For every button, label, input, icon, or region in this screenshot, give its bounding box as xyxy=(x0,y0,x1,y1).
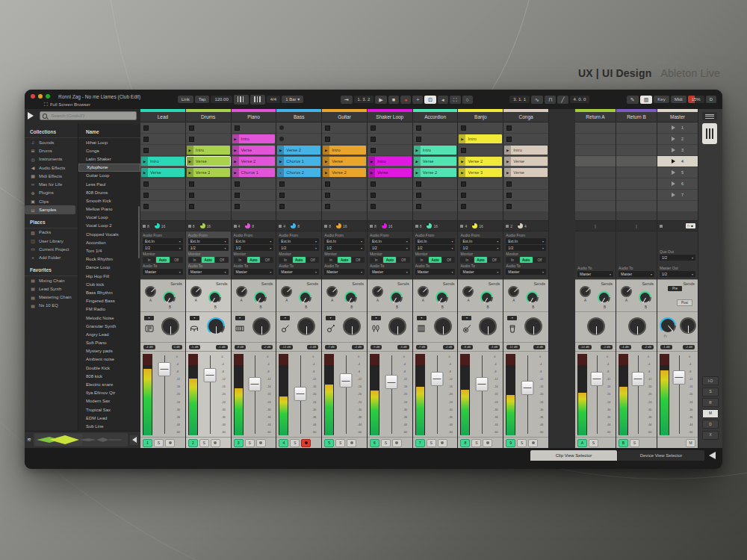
full-screen-browser[interactable]: ⛶ Full Screen Browser xyxy=(44,102,90,107)
fader-handle[interactable] xyxy=(203,368,216,382)
send-b-knob[interactable] xyxy=(208,291,221,304)
input-channel-chooser[interactable]: 1/2▾ xyxy=(188,245,229,251)
fader-handle[interactable] xyxy=(632,372,645,386)
scene-slot-7[interactable]: 7 xyxy=(657,190,698,201)
loop-length-display[interactable]: 4. 0. 0 xyxy=(570,96,590,103)
fader-handle[interactable] xyxy=(294,387,307,401)
arm-record-button[interactable] xyxy=(211,439,220,447)
clip-slot[interactable] xyxy=(186,178,231,190)
clip-play-icon[interactable]: ▶ xyxy=(414,168,421,177)
input-type-chooser[interactable]: Ext.In▾ xyxy=(143,238,183,244)
input-type-chooser[interactable]: Ext.In▾ xyxy=(234,238,274,244)
quantize-menu[interactable]: 1 Bar ▾ xyxy=(282,96,303,103)
clip-play-icon[interactable]: ▶ xyxy=(232,168,239,177)
close-window-button[interactable] xyxy=(31,94,35,99)
volume-fader[interactable] xyxy=(154,354,175,435)
solo-button[interactable]: S xyxy=(630,439,639,447)
monitor-auto-button[interactable]: Auto xyxy=(520,257,533,263)
fader-handle[interactable] xyxy=(158,362,170,376)
clip-play-icon[interactable]: ▶ xyxy=(414,146,421,155)
clip-slot[interactable] xyxy=(322,178,367,190)
scene-play-icon[interactable] xyxy=(672,170,675,175)
mixer-section-toggle-r[interactable]: R xyxy=(702,398,719,407)
browser-item-edm-lead[interactable]: EDM Lead xyxy=(78,414,140,422)
browser-item-accordion[interactable]: Accordion xyxy=(78,238,140,246)
browser-item-hihat-loop[interactable]: Hihat Loop xyxy=(78,138,140,146)
monitor-off-button[interactable]: Off xyxy=(306,257,319,263)
clip-slot[interactable] xyxy=(186,134,231,145)
input-type-chooser[interactable]: Ext.In▾ xyxy=(324,238,365,244)
send-a-knob[interactable] xyxy=(190,286,202,297)
send-a-knob[interactable] xyxy=(462,286,474,297)
pan-knob[interactable] xyxy=(207,317,225,335)
clip-slot[interactable] xyxy=(140,122,185,134)
mixer-section-toggle-i-o[interactable]: I-O xyxy=(702,376,719,385)
browser-item-smooth-kick[interactable]: Smooth Kick xyxy=(78,196,140,205)
arm-record-button[interactable] xyxy=(165,439,175,447)
clip-slot[interactable] xyxy=(458,178,503,190)
arm-record-button[interactable] xyxy=(528,439,538,447)
return-slot[interactable] xyxy=(616,167,657,178)
track-activator-button[interactable]: 5 xyxy=(324,439,334,447)
solo-button[interactable]: S xyxy=(471,439,481,447)
sidebar-item-user-library[interactable]: ◫User Library xyxy=(25,237,78,245)
level-meter[interactable] xyxy=(324,354,334,435)
device-chooser[interactable]: ▾ xyxy=(417,316,427,320)
return-slot[interactable] xyxy=(616,201,657,212)
send-b-knob[interactable] xyxy=(344,291,357,304)
draw-mode-button[interactable]: ✎ xyxy=(627,96,639,104)
loop-start-display[interactable]: 3. 1. 1 xyxy=(509,96,530,103)
send-b-knob[interactable] xyxy=(526,291,539,304)
pan-knob[interactable] xyxy=(628,317,646,335)
clip-play-icon[interactable]: ▶ xyxy=(141,168,148,177)
output-chooser[interactable]: Master▾ xyxy=(279,269,319,275)
clip-slot[interactable]: ▶Verse 3 xyxy=(458,167,503,178)
monitor-in-button[interactable]: In xyxy=(324,257,337,263)
solo-button[interactable]: S xyxy=(245,439,255,447)
device-chooser[interactable]: ▾ xyxy=(235,316,245,320)
output-chooser[interactable]: Master▾ xyxy=(619,271,654,277)
tap-tempo-button[interactable]: Tap xyxy=(195,96,210,103)
track-activator-button[interactable]: 3 xyxy=(234,439,244,447)
return-slot[interactable] xyxy=(575,145,616,156)
browser-item-sub-line[interactable]: Sub Line xyxy=(78,422,140,430)
clip-slot[interactable] xyxy=(503,178,548,190)
clip-play-icon[interactable]: ▶ xyxy=(504,168,511,177)
monitor-off-button[interactable]: Off xyxy=(442,257,455,263)
pan-knob[interactable] xyxy=(680,317,696,334)
record-button[interactable]: ● xyxy=(400,96,411,104)
clip-slot[interactable]: ▶Intro xyxy=(413,145,458,156)
track-activator-button[interactable]: 9 xyxy=(506,439,515,447)
track-header[interactable]: Accordion xyxy=(413,112,458,122)
fader-handle[interactable] xyxy=(430,372,443,386)
device-chooser[interactable]: ▾ xyxy=(190,316,199,320)
send-a-knob[interactable] xyxy=(326,286,338,297)
solo-button[interactable]: S xyxy=(589,439,598,447)
hide-detail-view-icon[interactable] xyxy=(709,452,716,459)
clip-slot[interactable] xyxy=(458,145,503,156)
clip-play-icon[interactable]: ▶ xyxy=(504,157,511,166)
cue-post-button[interactable]: Post xyxy=(677,299,692,306)
clip-slot[interactable]: ▶Verse 2 xyxy=(458,156,503,167)
volume-fader[interactable] xyxy=(381,354,402,435)
overview-menu-button[interactable] xyxy=(702,112,717,120)
clip-slot[interactable]: ▶Intro xyxy=(186,145,231,156)
output-chooser[interactable]: Master▾ xyxy=(577,271,613,277)
clip-slot[interactable]: ▶Verse xyxy=(186,156,231,167)
scene-play-icon[interactable] xyxy=(672,148,675,152)
clip-slot[interactable] xyxy=(413,178,458,190)
volume-fader[interactable] xyxy=(335,354,356,435)
solo-button[interactable]: S xyxy=(199,439,209,447)
browser-item-808-kick[interactable]: 808 kick xyxy=(78,372,140,380)
input-channel-chooser[interactable]: 1/2▾ xyxy=(279,245,319,251)
browser-toggle-icon[interactable] xyxy=(28,112,34,119)
clip-verse[interactable]: ▶Verse xyxy=(323,157,366,166)
browser-item-bass-rhythm[interactable]: Bass Rhythm xyxy=(78,288,140,296)
clip-slot[interactable]: ▶Intro xyxy=(368,156,412,167)
clip-slot[interactable]: ▶Verse 2 xyxy=(186,167,231,178)
monitor-off-button[interactable]: Off xyxy=(397,257,409,263)
output-chooser[interactable]: Master▾ xyxy=(460,269,500,275)
scene-slot-4[interactable]: 4 xyxy=(657,156,698,167)
device-chooser[interactable]: ▾ xyxy=(462,316,471,320)
pan-knob[interactable] xyxy=(343,317,361,335)
